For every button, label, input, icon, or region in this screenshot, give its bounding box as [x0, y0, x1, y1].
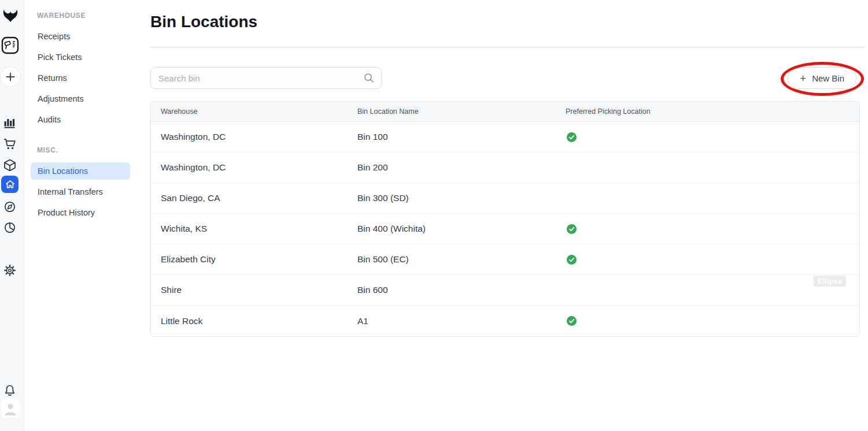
title-divider	[150, 47, 864, 47]
table-row[interactable]: Washington, DC Bin 100	[151, 122, 859, 153]
table-header-row: Warehouse Bin Location Name Preferred Pi…	[151, 102, 859, 122]
page-title: Bin Locations	[150, 12, 864, 32]
shopping-cart-icon[interactable]	[3, 138, 16, 150]
bin-locations-table: Warehouse Bin Location Name Preferred Pi…	[150, 101, 860, 337]
sidebar-item-bin-locations[interactable]: Bin Locations	[31, 162, 130, 180]
sidebar-nav: WAREHOUSE Receipts Pick Tickets Returns …	[24, 0, 150, 431]
cell-bin-name: Bin 300 (SD)	[348, 193, 556, 203]
sidebar-item-product-history[interactable]: Product History	[31, 204, 130, 221]
barcode-scanner-icon[interactable]	[1, 36, 19, 54]
main-content: Bin Locations + New Bin Warehouse Bin Lo…	[150, 0, 864, 337]
sidebar-item-pick-tickets[interactable]: Pick Tickets	[31, 49, 130, 66]
column-header-bin-location-name: Bin Location Name	[348, 107, 556, 116]
table-row[interactable]: San Diego, CA Bin 300 (SD)	[151, 183, 859, 214]
table-row[interactable]: Shire Bin 600	[151, 275, 859, 306]
package-cube-icon[interactable]	[3, 159, 16, 172]
home-icon[interactable]	[1, 176, 19, 193]
table-row[interactable]: Little Rock A1	[151, 306, 859, 336]
preferred-check-icon	[567, 132, 577, 142]
user-avatar[interactable]	[1, 399, 20, 418]
cell-bin-name: Bin 200	[348, 162, 556, 173]
sidebar-item-audits[interactable]: Audits	[31, 111, 130, 128]
cell-warehouse: Washington, DC	[151, 132, 348, 142]
table-row[interactable]: Wichita, KS Bin 400 (Wichita)	[151, 214, 859, 244]
toolbar: + New Bin	[150, 67, 864, 89]
sidebar-item-returns[interactable]: Returns	[31, 69, 130, 87]
cell-warehouse: Little Rock	[151, 316, 348, 326]
compass-icon[interactable]	[3, 200, 16, 213]
table-row[interactable]: Washington, DC Bin 200	[151, 153, 859, 183]
settings-gear-icon[interactable]	[3, 264, 16, 277]
search-box	[150, 67, 382, 89]
sidebar-item-internal-transfers[interactable]: Internal Transfers	[31, 183, 130, 200]
cell-warehouse: San Diego, CA	[151, 193, 348, 203]
search-icon	[364, 73, 374, 83]
preferred-check-icon	[567, 255, 577, 265]
cell-warehouse: Washington, DC	[151, 162, 348, 173]
sidebar-section-warehouse: WAREHOUSE	[37, 12, 150, 20]
search-input[interactable]	[150, 67, 382, 89]
sidebar-item-receipts[interactable]: Receipts	[31, 28, 130, 45]
plus-icon: +	[800, 73, 806, 84]
column-header-preferred-picking-location: Preferred Picking Location	[556, 107, 859, 116]
cell-warehouse: Wichita, KS	[151, 224, 348, 234]
pie-chart-icon[interactable]	[3, 221, 16, 234]
bar-chart-icon[interactable]	[4, 118, 16, 128]
cell-warehouse: Elizabeth City	[151, 254, 348, 265]
new-bin-button[interactable]: + New Bin	[788, 67, 856, 89]
notifications-bell-icon[interactable]	[4, 384, 16, 397]
add-icon[interactable]	[0, 66, 21, 87]
preferred-check-icon	[567, 316, 577, 326]
cell-bin-name: Bin 400 (Wichita)	[348, 224, 556, 234]
icon-rail	[0, 0, 24, 431]
table-row[interactable]: Elizabeth City Bin 500 (EC)	[151, 244, 859, 275]
sidebar-section-misc: MISC.	[37, 146, 150, 154]
cell-bin-name: Bin 600	[348, 285, 556, 295]
cell-bin-name: A1	[348, 316, 556, 326]
cell-bin-name: Bin 500 (EC)	[348, 254, 556, 265]
preferred-check-icon	[567, 224, 577, 234]
brand-antler-logo-icon	[2, 9, 19, 24]
cell-warehouse: Shire	[151, 285, 348, 295]
new-bin-button-label: New Bin	[812, 73, 844, 83]
column-header-warehouse: Warehouse	[151, 107, 348, 116]
cell-bin-name: Bin 100	[348, 132, 556, 142]
sidebar-item-adjustments[interactable]: Adjustments	[31, 90, 130, 107]
